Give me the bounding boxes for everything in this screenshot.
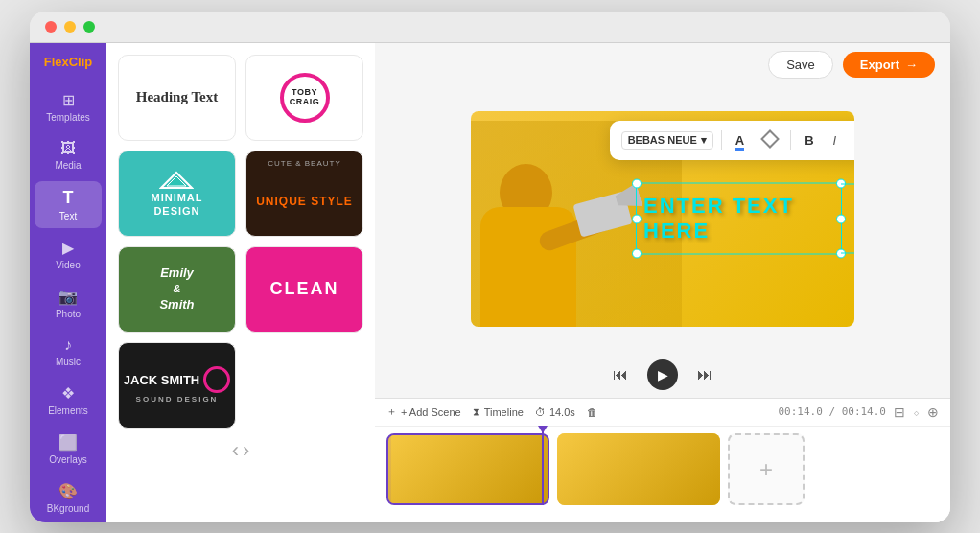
timeline-tracks: +	[375, 427, 950, 513]
sidebar-item-bkground[interactable]: 🎨 BKground	[35, 475, 102, 521]
overlays-icon: ⬜	[58, 433, 78, 452]
sidebar-item-label: Music	[56, 357, 81, 367]
text-color-button[interactable]: A	[730, 129, 750, 151]
app-logo: FlexClip	[38, 55, 99, 70]
handle-bottom-right[interactable]	[836, 249, 846, 259]
panel-navigation: ‹ ›	[118, 438, 363, 463]
jack-circle-icon	[203, 366, 230, 393]
export-button[interactable]: Export →	[843, 52, 935, 78]
template-jack-smith[interactable]: JACK SMITH SOUND DESIGN	[118, 342, 236, 429]
close-button[interactable]	[45, 21, 57, 33]
template-unique-style[interactable]: CUTE & BEAUTY UNIQUE STYLE	[245, 151, 363, 237]
bold-button[interactable]: B	[799, 129, 819, 151]
canvas-enter-text[interactable]: ENTER TEXT HERE	[643, 194, 850, 243]
templates-icon: ⊞	[62, 91, 75, 109]
video-canvas[interactable]: ENTER TEXT HERE	[471, 111, 854, 327]
add-scene-label: + Add Scene	[401, 406, 461, 418]
timeline-zoom-in[interactable]: ⊕	[927, 405, 939, 420]
canvas-area: ENTER TEXT HERE	[375, 86, 950, 352]
more-options-button[interactable]: ···	[850, 129, 854, 151]
elements-icon: ❖	[61, 384, 75, 403]
clip-1-thumbnail	[388, 435, 548, 503]
bkground-icon: 🎨	[58, 482, 78, 500]
sidebar-item-label: Photo	[56, 309, 81, 319]
connector-line-top	[841, 184, 854, 185]
skip-forward-button[interactable]: ⏭	[697, 366, 712, 383]
clock-icon: ⏱	[535, 406, 546, 418]
skip-back-button[interactable]: ⏮	[613, 366, 628, 383]
panel-arrow-right[interactable]: ›	[243, 438, 249, 463]
sidebar-item-photo[interactable]: 📷 Photo	[35, 281, 102, 326]
playhead-arrow	[538, 426, 548, 433]
logo-clip: Clip	[69, 55, 93, 69]
unique-label: UNIQUE STYLE	[256, 195, 353, 208]
add-scene-button[interactable]: ＋ + Add Scene	[386, 405, 461, 419]
person-body	[480, 207, 576, 327]
handle-top-right[interactable]	[836, 179, 846, 189]
sidebar-item-label: Overlays	[49, 454, 86, 465]
template-clean[interactable]: CLEAN	[245, 246, 363, 333]
toby-circle: TOBY CRAIG	[280, 73, 330, 123]
current-time-display: 00:14.0 / 00:14.0	[778, 406, 886, 418]
panel-arrow-left[interactable]: ‹	[232, 438, 239, 463]
template-heading-text[interactable]: Heading Text	[118, 55, 236, 141]
template-emily-smith[interactable]: Emily & Smith	[118, 246, 236, 333]
media-icon: 🖼	[60, 140, 76, 157]
divider-2	[790, 130, 791, 150]
text-format-bar: BEBAS NEUE ▾ A B I ···	[610, 121, 854, 160]
playback-controls: ⏮ ▶ ⏭	[375, 352, 950, 398]
font-selector[interactable]: BEBAS NEUE ▾	[621, 131, 713, 150]
zoom-slider-icon: ⬦	[913, 406, 920, 419]
sidebar-item-video[interactable]: ▶ Video	[35, 232, 102, 277]
app-body: FlexClip ⊞ Templates 🖼 Media T Text ▶ Vi…	[30, 43, 950, 522]
fill-button[interactable]	[758, 128, 782, 152]
export-arrow-icon: →	[905, 58, 918, 72]
maximize-button[interactable]	[83, 21, 95, 33]
add-scene-plus-icon: ＋	[386, 405, 397, 419]
emily-name: Emily	[159, 265, 194, 282]
sidebar-item-label: Video	[56, 260, 80, 270]
sidebar-item-label: Text	[59, 211, 77, 221]
title-bar	[30, 12, 950, 43]
clip-2[interactable]	[557, 433, 720, 505]
minimal-label2: DESIGN	[153, 205, 199, 217]
timeline-toolbar: ＋ + Add Scene ⧗ Timeline ⏱ 14.0s 🗑	[375, 399, 950, 427]
delete-icon: 🗑	[587, 406, 597, 418]
text-overlay-container: ENTER TEXT HERE	[643, 194, 850, 243]
timeline-zoom-out[interactable]: ⊟	[894, 405, 905, 420]
sidebar-item-text[interactable]: T Text	[35, 181, 102, 228]
font-name: BEBAS NEUE	[628, 134, 697, 146]
clip-1[interactable]	[386, 433, 549, 505]
main-editor: Save Export →	[375, 43, 950, 522]
color-a-label: A	[735, 133, 744, 151]
duration-display: ⏱ 14.0s	[535, 406, 575, 418]
sidebar-item-label: Elements	[48, 406, 88, 416]
timeline-right-controls: 00:14.0 / 00:14.0 ⊟ ⬦ ⊕	[778, 405, 939, 420]
add-clip-button[interactable]: +	[728, 433, 805, 505]
sidebar-item-label: BKground	[47, 503, 89, 514]
playhead-needle	[542, 426, 544, 505]
timeline-toggle-button[interactable]: ⧗ Timeline	[473, 406, 524, 418]
track-container: +	[386, 433, 805, 505]
template-minimal-design[interactable]: MINIMAL DESIGN	[118, 151, 236, 237]
sidebar-item-elements[interactable]: ❖ Elements	[35, 378, 102, 423]
save-button[interactable]: Save	[768, 51, 833, 79]
timeline-section: ＋ + Add Scene ⧗ Timeline ⏱ 14.0s 🗑	[375, 398, 950, 522]
delete-clip-button[interactable]: 🗑	[587, 406, 597, 418]
template-heading-label: Heading Text	[136, 89, 218, 105]
sidebar-item-overlays[interactable]: ⬜ Overlays	[35, 427, 102, 472]
emily-surname: Smith	[159, 296, 194, 313]
sidebar-item-media[interactable]: 🖼 Media	[35, 133, 102, 177]
emily-and: &	[159, 282, 194, 296]
logo-flex: Flex	[44, 55, 69, 69]
minimize-button[interactable]	[64, 21, 76, 33]
sidebar-item-music[interactable]: ♪ Music	[35, 330, 102, 374]
sidebar-item-label: Templates	[46, 112, 90, 123]
play-button[interactable]: ▶	[647, 359, 678, 390]
sidebar-item-templates[interactable]: ⊞ Templates	[35, 84, 102, 129]
template-toby-craig[interactable]: TOBY CRAIG	[245, 55, 363, 141]
sidebar-item-label: Media	[55, 160, 81, 171]
diamond-fill-icon	[760, 129, 780, 149]
italic-button[interactable]: I	[828, 129, 843, 151]
timeline-icon: ⧗	[473, 406, 480, 418]
